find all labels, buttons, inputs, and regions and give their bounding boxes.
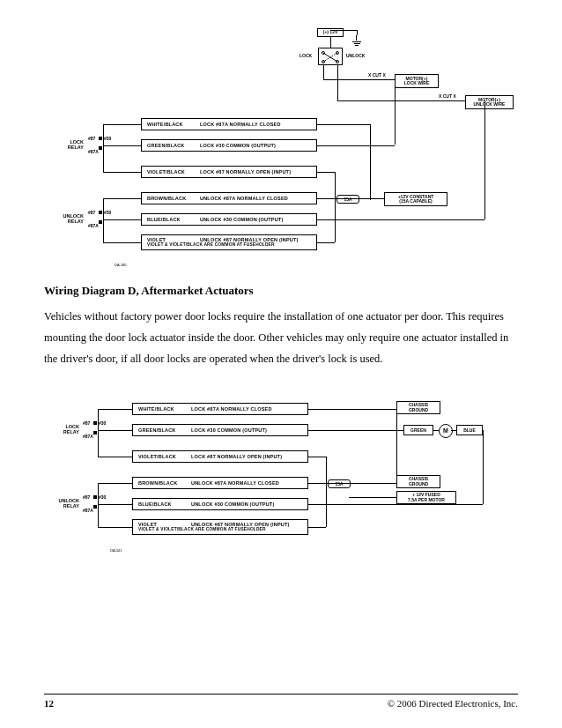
pin-box xyxy=(93,431,97,435)
pin-87: #87 xyxy=(88,136,95,141)
wiring-diagram-bottom: LOCK RELAY #87 #30 #87A WHITE/BLACK LOCK… xyxy=(44,385,520,570)
pin-box xyxy=(99,137,102,140)
pin-box xyxy=(99,146,102,150)
unlock-relay-label: UNLOCK RELAY xyxy=(53,213,84,224)
unlock-row-30-b: BLUE/BLACK UNLOCK #30 COMMON (OUTPUT) xyxy=(132,498,308,510)
pin-87-bu: #87 xyxy=(83,494,90,500)
lock-relay-label-b: LOCK RELAY xyxy=(53,424,79,435)
unlock-relay-label-b: UNLOCK RELAY xyxy=(48,498,79,509)
unlock-lbl: UNLOCK xyxy=(346,53,365,58)
lock-row-87a-b: WHITE/BLACK LOCK #87A NORMALLY CLOSED xyxy=(132,403,308,415)
unlock-row-87a: BROWN/BLACK UNLOCK #87A NORMALLY CLOSED xyxy=(141,192,317,204)
lock-row-87: VIOLET/BLACK LOCK #87 NORMALLY OPEN (INP… xyxy=(141,166,317,178)
motor-blue: BLUE xyxy=(456,425,483,435)
pin-87a-u: #87A xyxy=(88,223,99,228)
lock-row-87-b: VIOLET/BLACK LOCK #87 NORMALLY OPEN (INP… xyxy=(132,450,308,463)
lock-relay-label: LOCK RELAY xyxy=(57,139,84,150)
pin-87a: #87A xyxy=(88,149,99,154)
pin-box xyxy=(99,211,102,214)
unlock-row-87: VIOLETUNLOCK #87 NORMALLY OPEN (INPUT) V… xyxy=(141,234,317,250)
pin-box xyxy=(93,421,97,425)
fig-id: DA-100 xyxy=(115,263,127,267)
fuse-15a-b: 15A xyxy=(328,479,351,488)
pin-box xyxy=(93,505,97,509)
unlock-row-87-b: VIOLETUNLOCK #87 NORMALLY OPEN (INPUT) V… xyxy=(132,519,308,535)
pin-box xyxy=(93,495,97,499)
motor-unlock-box: MOTOR(+) UNLOCK WIRE xyxy=(465,95,514,109)
pin-30: #30 xyxy=(104,136,111,141)
xcut-2: X CUT X xyxy=(439,93,456,99)
constant-box: +12V CONSTANT (15A CAPABLE) xyxy=(384,192,447,206)
body-paragraph: Vehicles without factory power door lock… xyxy=(44,307,518,369)
lock-row-87a: WHITE/BLACK LOCK #87A NORMALLY CLOSED xyxy=(141,118,317,130)
pin-30-u: #30 xyxy=(104,210,111,215)
ground-icon xyxy=(352,41,361,48)
wiring-diagram-top: (+) 12V LOCK UNLOCK X CUT X X CUT X MOTO… xyxy=(44,26,520,273)
contact-icon xyxy=(318,48,344,67)
pin-30-bu: #30 xyxy=(99,494,106,500)
pin-87-b: #87 xyxy=(83,420,90,426)
lock-lbl: LOCK xyxy=(299,53,312,58)
motor-green: GREEN xyxy=(403,425,433,435)
chassis-ground-2: CHASSIS GROUND xyxy=(396,475,440,488)
copyright: © 2006 Directed Electronics, Inc. xyxy=(388,698,518,709)
pin-87a-bu: #87A xyxy=(83,508,93,513)
section-heading: Wiring Diagram D, Aftermarket Actuators xyxy=(44,284,518,298)
xcut-1: X CUT X xyxy=(368,72,386,78)
pin-87-u: #87 xyxy=(88,210,95,215)
pin-87a-b: #87A xyxy=(83,434,93,439)
chassis-ground-1: CHASSIS GROUND xyxy=(396,401,440,414)
unlock-row-87a-b: BROWN/BLACK UNLOCK #87A NORMALLY CLOSED xyxy=(132,477,308,489)
lock-row-30-b: GREEN/BLACK LOCK #30 COMMON (OUTPUT) xyxy=(132,424,308,436)
pin-30-b: #30 xyxy=(99,420,106,426)
unlock-row-30: BLUE/BLACK UNLOCK #30 COMMON (OUTPUT) xyxy=(141,213,317,226)
motor-lock-box: MOTOR(+) LOCK WIRE xyxy=(395,74,439,88)
lock-row-30: GREEN/BLACK LOCK #30 COMMON (OUTPUT) xyxy=(141,139,317,152)
fig-id-b: DA-541 xyxy=(110,548,122,553)
pin-box xyxy=(99,220,102,224)
motor-icon: M xyxy=(439,424,453,438)
fuse-15a: 15A xyxy=(336,195,359,204)
page-number: 12 xyxy=(44,698,54,709)
fused-box: + 12V FUSED 7.5A PER MOTOR xyxy=(396,491,456,504)
page-footer: 12 © 2006 Directed Electronics, Inc. xyxy=(44,694,518,709)
